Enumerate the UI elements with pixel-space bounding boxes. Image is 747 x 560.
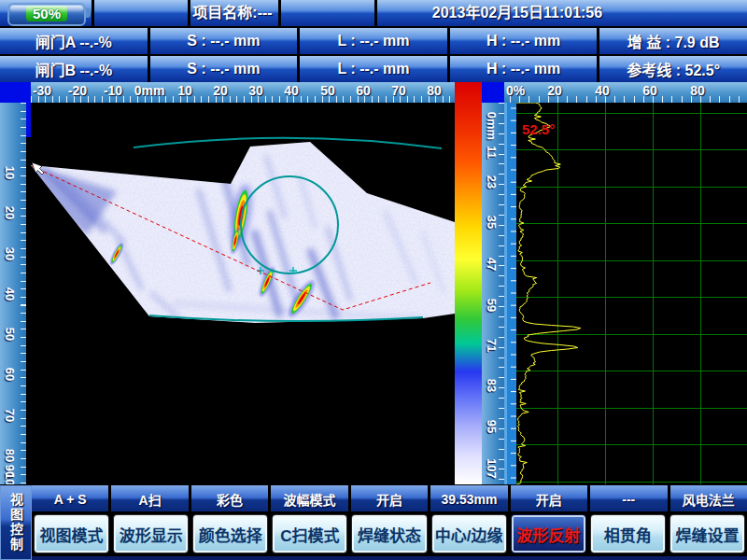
menu-value-cell: 开启	[351, 485, 428, 511]
ruler-label: 50	[320, 83, 335, 98]
gate-b-cell: S : --.- mm	[150, 56, 298, 82]
ruler-label: 10	[177, 83, 192, 98]
ruler-label: 71	[482, 333, 504, 357]
ruler-label: 0mm	[482, 114, 504, 138]
ruler-label: -20	[68, 83, 87, 98]
menu-value-row: A + SA扫彩色波幅模式开启39.53mm开启---风电法兰	[32, 485, 747, 511]
ruler-label: 70	[391, 83, 406, 98]
ruler-label: 80	[427, 83, 442, 98]
ruler-label: 40	[284, 83, 299, 98]
menu-group-view-control[interactable]: 视图控制	[0, 485, 32, 560]
battery-tip	[86, 8, 91, 18]
menu-button[interactable]: 中心/边缘	[431, 514, 507, 553]
datetime: 2013年02月15日11:01:56	[377, 0, 657, 26]
menu-value-cell: 风电法兰	[670, 485, 747, 511]
menu-button[interactable]: 波形反射	[511, 514, 586, 553]
ruler-label: 10	[0, 161, 22, 185]
menu-button[interactable]: 焊缝状态	[351, 514, 427, 553]
menu-button[interactable]: 相贯角	[590, 514, 666, 553]
ruler-label: 107	[482, 456, 504, 481]
menu-value-cell: 波幅模式	[271, 485, 347, 511]
gate-a-cell: S : --.- mm	[150, 28, 298, 54]
ruler-label: 23	[482, 170, 504, 194]
ruler-label: 40	[0, 282, 22, 306]
top-bar: 50% 项目名称:--- 2013年02月15日11:01:56	[0, 0, 747, 26]
ruler-label: 0%	[506, 83, 525, 98]
ruler-label: 60	[0, 362, 22, 386]
depth-mm-ruler: 0mm1123354759718395107	[482, 103, 504, 484]
ruler-label: 20	[0, 201, 22, 225]
menu-button-row: 视图模式波形显示颜色选择C扫模式焊缝状态中心/边缘波形反射相贯角焊缝设置	[32, 511, 747, 560]
ruler-label: 35	[482, 210, 504, 234]
beam-angle-label: 52.5°	[522, 121, 555, 137]
ruler-label: 60	[356, 83, 371, 98]
gate-b-cell: H : --.- mm	[450, 56, 598, 82]
gate-a-cell: L : --.- mm	[300, 28, 447, 54]
menu-value-cell: 开启	[511, 485, 587, 511]
menu-button[interactable]: 颜色选择	[192, 514, 268, 553]
ruler-label: 100	[0, 470, 22, 484]
ruler-label: 83	[482, 373, 504, 398]
battery-percent: 50%	[9, 5, 84, 22]
gate-a-cell: 增 益 : 7.9 dB	[599, 28, 747, 54]
menu-value-cell: A扫	[111, 485, 188, 511]
gate-b-cell: 参考线 : 52.5°	[599, 56, 747, 82]
project-name: 项目名称:---	[186, 0, 279, 26]
ruler-label: -30	[33, 83, 51, 98]
a-scan-view: 52.5°	[504, 103, 747, 484]
menu-button[interactable]: 波形显示	[113, 514, 189, 553]
ruler-label: 70	[0, 403, 22, 427]
ruler-label: -10	[104, 83, 122, 98]
ruler-label: 20	[213, 83, 228, 98]
corner-indicator	[482, 82, 504, 103]
menu-value-cell: A + S	[32, 485, 108, 511]
ruler-label: 95	[482, 414, 504, 439]
ruler-label: 47	[482, 252, 504, 276]
menu-button[interactable]: 焊缝设置	[669, 514, 745, 553]
menu-value-cell: 彩色	[191, 485, 268, 511]
ruler-label: 11	[482, 140, 504, 164]
menu-button[interactable]: 视图模式	[34, 514, 109, 553]
ruler-label: 0mm	[134, 83, 165, 98]
menu-value-cell: ---	[590, 485, 667, 511]
instrument-screen: 50% 项目名称:--- 2013年02月15日11:01:56 闸门A --.…	[0, 0, 747, 560]
menu-value-cell: 39.53mm	[430, 485, 507, 511]
ruler-label: 80	[690, 83, 705, 98]
gate-a-row: 闸门A --.-%S : --.- mmL : --.- mmH : --.- …	[0, 26, 747, 54]
divider	[92, 0, 94, 26]
gate-a-cell: 闸门A --.-%	[0, 28, 148, 54]
gate-b-row: 闸门B --.-%S : --.- mmL : --.- mmH : --.- …	[0, 54, 747, 82]
amplitude-color-bar	[455, 82, 482, 484]
gate-a-cell: H : --.- mm	[450, 28, 598, 54]
ruler-label: 30	[248, 83, 263, 98]
ruler-label: 59	[482, 293, 504, 317]
ruler-label: 30	[0, 242, 22, 266]
ruler-label: 40	[595, 83, 610, 98]
ruler-label: 20	[547, 83, 562, 98]
ruler-label: 50	[0, 322, 22, 346]
gate-b-cell: L : --.- mm	[300, 56, 447, 82]
ruler-label: 60	[642, 83, 657, 98]
gate-b-cell: 闸门B --.-%	[0, 56, 148, 82]
vertical-mm-ruler: 102030405060708090100	[0, 103, 26, 484]
percent-ruler: 0%20406080	[504, 82, 747, 103]
menu-button[interactable]: C扫模式	[272, 514, 347, 553]
battery-icon: 50%	[7, 3, 86, 26]
horizontal-mm-ruler: -30-20-100mm1020304050607080	[31, 82, 455, 103]
sector-scan-view	[31, 103, 455, 484]
